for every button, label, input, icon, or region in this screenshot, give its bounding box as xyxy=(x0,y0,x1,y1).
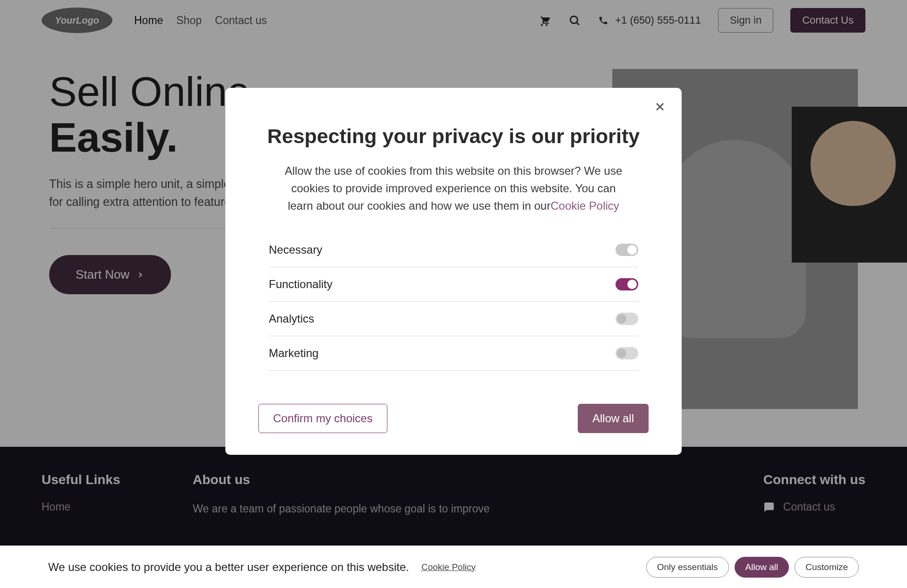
privacy-modal: Respecting your privacy is our priority … xyxy=(225,88,682,455)
toggle-functionality[interactable] xyxy=(616,278,638,290)
toggle-analytics[interactable] xyxy=(616,313,638,325)
cookie-row-functionality: Functionality xyxy=(269,267,638,302)
modal-allow-all-button[interactable]: Allow all xyxy=(578,404,649,433)
cookie-row-necessary: Necessary xyxy=(269,233,638,267)
confirm-choices-button[interactable]: Confirm my choices xyxy=(258,404,387,433)
cookie-row-label: Necessary xyxy=(269,243,322,256)
cookie-banner: We use cookies to provide you a better u… xyxy=(0,545,907,588)
cookie-banner-text: We use cookies to provide you a better u… xyxy=(48,561,409,574)
customize-button[interactable]: Customize xyxy=(795,557,859,578)
modal-description: Allow the use of cookies from this websi… xyxy=(259,162,648,215)
toggle-marketing[interactable] xyxy=(616,347,638,359)
cookie-row-analytics: Analytics xyxy=(269,302,638,336)
modal-title: Respecting your privacy is our priority xyxy=(259,125,648,148)
cookie-row-marketing: Marketing xyxy=(269,336,638,371)
cookie-category-list: NecessaryFunctionalityAnalyticsMarketing xyxy=(259,233,648,371)
toggle-necessary xyxy=(616,244,638,256)
allow-all-button[interactable]: Allow all xyxy=(735,557,789,578)
cookie-row-label: Marketing xyxy=(269,347,318,360)
cookie-row-label: Analytics xyxy=(269,312,314,325)
cookie-row-label: Functionality xyxy=(269,278,333,291)
close-icon[interactable] xyxy=(653,100,667,114)
cookie-policy-link[interactable]: Cookie Policy xyxy=(421,562,476,572)
modal-cookie-policy-link[interactable]: Cookie Policy xyxy=(550,199,619,212)
only-essentials-button[interactable]: Only essentials xyxy=(646,557,729,578)
